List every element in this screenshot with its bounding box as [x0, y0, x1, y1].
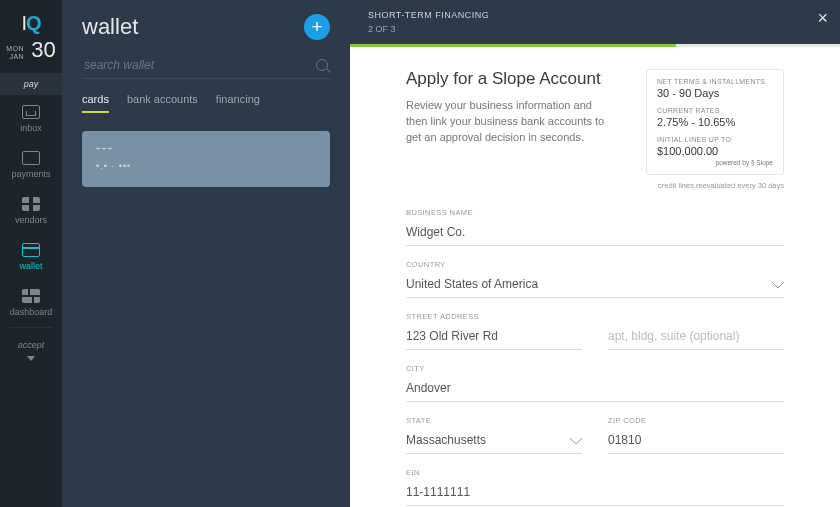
- street2-input[interactable]: [608, 325, 784, 350]
- label-state: STATE: [406, 416, 582, 425]
- powered-by: powered by § Slope: [657, 159, 773, 166]
- rail-vendors[interactable]: vendors: [0, 187, 62, 233]
- modal-heading: Apply for a Slope Account: [406, 69, 616, 89]
- modal-panel: SHORT-TERM FINANCING 2 OF 3 × Apply for …: [350, 0, 840, 507]
- label-ein: EIN: [406, 468, 784, 477]
- wallet-tabs: cards bank accounts financing: [82, 93, 330, 113]
- nav-column: wallet + cards bank accounts financing -…: [62, 0, 350, 507]
- chevron-down-icon: [27, 356, 35, 361]
- payments-icon: [22, 151, 40, 165]
- card-tile[interactable]: --- •.• - •••: [82, 131, 330, 187]
- search-icon: [316, 59, 328, 71]
- card-line1: ---: [96, 141, 316, 155]
- rail-accept[interactable]: accept: [0, 330, 62, 369]
- tab-bank-accounts[interactable]: bank accounts: [127, 93, 198, 113]
- search-input[interactable]: [84, 58, 316, 72]
- card-line2: •.• - •••: [96, 161, 316, 171]
- page-title: wallet: [82, 14, 138, 40]
- label-zip: ZIP CODE: [608, 416, 784, 425]
- modal-header: SHORT-TERM FINANCING 2 OF 3 ×: [350, 0, 840, 44]
- date-dow: MON: [6, 45, 24, 53]
- rail-payments[interactable]: payments: [0, 141, 62, 187]
- street-input[interactable]: [406, 325, 582, 350]
- search-bar[interactable]: [82, 52, 330, 79]
- rail-inbox[interactable]: inbox: [0, 95, 62, 141]
- ein-input[interactable]: [406, 481, 784, 506]
- label-business: BUSINESS NAME: [406, 208, 784, 217]
- application-form: BUSINESS NAME COUNTRY United States of A…: [406, 208, 784, 507]
- dashboard-icon: [22, 289, 40, 303]
- country-select[interactable]: United States of America: [406, 273, 784, 298]
- vendors-icon: [22, 197, 40, 211]
- label-street: STREET ADDRESS: [406, 312, 582, 321]
- label-city: CITY: [406, 364, 784, 373]
- city-input[interactable]: [406, 377, 784, 402]
- modal-step: 2 OF 3: [368, 24, 822, 34]
- close-icon[interactable]: ×: [817, 8, 828, 29]
- modal-body: Apply for a Slope Account Review your bu…: [350, 47, 840, 507]
- icon-rail: IQ MON JAN 30 pay inbox payments vendors…: [0, 0, 62, 507]
- modal-intro: Review your business information and the…: [406, 97, 616, 145]
- date-box: MON JAN 30: [6, 39, 55, 61]
- add-button[interactable]: +: [304, 14, 330, 40]
- date-day: 30: [31, 39, 55, 61]
- rail-dashboard[interactable]: dashboard: [0, 279, 62, 325]
- date-month: JAN: [9, 53, 24, 61]
- inbox-icon: [22, 105, 40, 119]
- info-box: NET TERMS & INSTALLMENTS 30 - 90 Days CU…: [646, 69, 784, 175]
- zip-input[interactable]: [608, 429, 784, 454]
- tab-financing[interactable]: financing: [216, 93, 260, 113]
- rail-divider: [9, 327, 52, 328]
- wallet-icon: [22, 243, 40, 257]
- brand-logo: IQ: [21, 12, 40, 35]
- label-country: COUNTRY: [406, 260, 784, 269]
- rail-pay[interactable]: pay: [0, 73, 62, 95]
- info-note: credit lines reevaluated every 30 days: [646, 181, 784, 190]
- modal-title: SHORT-TERM FINANCING: [368, 10, 822, 20]
- business-name-input[interactable]: [406, 221, 784, 246]
- rail-wallet[interactable]: wallet: [0, 233, 62, 279]
- tab-cards[interactable]: cards: [82, 93, 109, 113]
- state-select[interactable]: Massachusetts: [406, 429, 582, 454]
